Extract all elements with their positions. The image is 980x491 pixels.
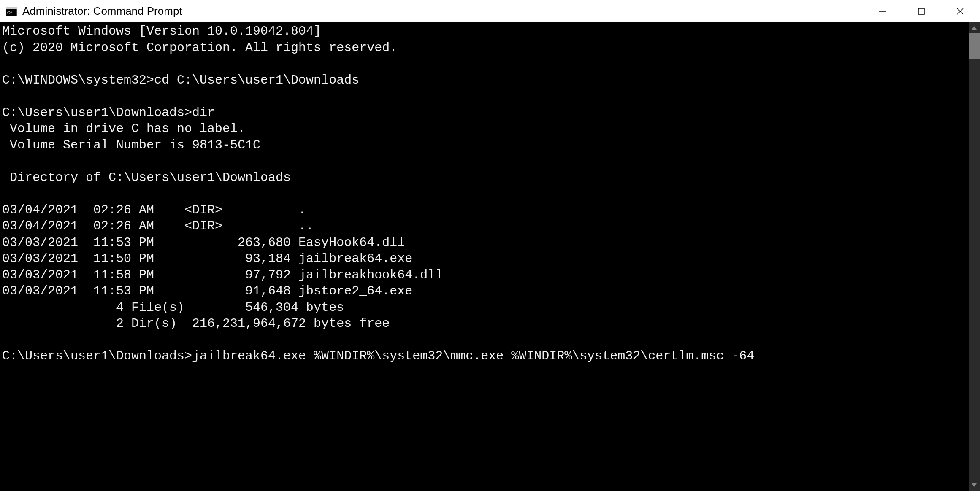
scroll-thumb[interactable] <box>969 33 980 59</box>
terminal-output[interactable]: Microsoft Windows [Version 10.0.19042.80… <box>0 22 969 491</box>
terminal-line: 4 File(s) 546,304 bytes <box>2 299 967 316</box>
titlebar[interactable]: C:\ Administrator: Command Prompt <box>0 0 980 22</box>
terminal-line: C:\Users\user1\Downloads>dir <box>2 105 967 121</box>
terminal-line <box>2 153 967 170</box>
terminal-line: 03/03/2021 11:53 PM 91,648 jbstore2_64.e… <box>2 283 967 299</box>
svg-rect-4 <box>918 8 924 14</box>
terminal-line: 03/04/2021 02:26 AM <DIR> . <box>2 202 967 219</box>
vertical-scrollbar[interactable] <box>969 22 980 491</box>
terminal-line: (c) 2020 Microsoft Corporation. All righ… <box>2 40 967 56</box>
terminal-line <box>2 186 967 202</box>
cmd-icon: C:\ <box>5 5 17 17</box>
terminal-line: Volume Serial Number is 9813-5C1C <box>2 137 967 154</box>
command-prompt-window: C:\ Administrator: Command Prompt Micros… <box>0 0 980 491</box>
close-button[interactable] <box>941 0 980 22</box>
terminal-line <box>2 88 967 105</box>
svg-text:C:\: C:\ <box>7 11 12 15</box>
client-area: Microsoft Windows [Version 10.0.19042.80… <box>0 22 980 491</box>
scroll-track[interactable] <box>969 33 980 480</box>
terminal-line: Directory of C:\Users\user1\Downloads <box>2 170 967 186</box>
scroll-up-arrow-icon[interactable] <box>969 22 980 33</box>
scroll-down-arrow-icon[interactable] <box>969 480 980 491</box>
terminal-line: 03/03/2021 11:50 PM 93,184 jailbreak64.e… <box>2 251 967 267</box>
minimize-button[interactable] <box>863 0 902 22</box>
window-controls <box>863 0 980 22</box>
terminal-line <box>2 56 967 72</box>
window-title: Administrator: Command Prompt <box>22 5 863 18</box>
terminal-line: 03/04/2021 02:26 AM <DIR> .. <box>2 218 967 235</box>
terminal-line: C:\WINDOWS\system32>cd C:\Users\user1\Do… <box>2 72 967 89</box>
terminal-line <box>2 332 967 348</box>
terminal-line: 2 Dir(s) 216,231,964,672 bytes free <box>2 316 967 332</box>
terminal-line: C:\Users\user1\Downloads>jailbreak64.exe… <box>2 348 967 364</box>
maximize-button[interactable] <box>902 0 941 22</box>
svg-rect-1 <box>6 7 17 9</box>
svg-marker-7 <box>972 26 977 30</box>
svg-marker-8 <box>972 483 977 487</box>
terminal-line: 03/03/2021 11:53 PM 263,680 EasyHook64.d… <box>2 235 967 251</box>
terminal-line: Volume in drive C has no label. <box>2 121 967 137</box>
terminal-line: 03/03/2021 11:58 PM 97,792 jailbreakhook… <box>2 267 967 283</box>
terminal-line: Microsoft Windows [Version 10.0.19042.80… <box>2 23 967 40</box>
